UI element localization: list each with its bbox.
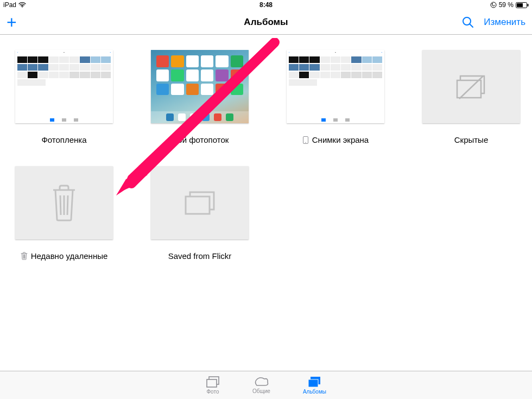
trash-icon [21,252,28,260]
svg-point-8 [305,142,306,143]
svg-rect-3 [517,3,523,7]
status-time: 8:48 [259,1,273,9]
svg-rect-16 [186,197,210,214]
album-title-label: Скрытые [454,135,489,144]
svg-rect-20 [308,379,318,387]
svg-rect-4 [528,4,529,7]
tab-bar: Фото Общие Альбомы [0,371,532,399]
svg-point-0 [22,7,23,8]
album-thumbnail [15,166,113,239]
album-title-label: Недавно удаленные [21,251,108,261]
album-title-label: Снимки экрана [302,135,369,144]
battery-icon [516,2,529,8]
album-hidden[interactable]: Скрытые [422,50,520,144]
photos-tab-icon [206,376,220,388]
album-thumbnail [151,166,249,239]
album-camera-roll[interactable]: ‹•• Фотопленка [15,50,113,144]
albums-grid: ‹•• Фотопленка [15,50,517,261]
album-title-label: Фотопленка [41,135,86,144]
svg-line-12 [60,195,61,215]
nav-bar: + Альбомы Изменить [0,10,532,35]
carrier-label: iPad [3,1,16,9]
search-icon[interactable] [462,16,474,28]
album-title-label: Saved from Flickr [168,251,232,261]
status-left: iPad [3,1,26,9]
nav-title: Альбомы [244,17,288,28]
tab-label: Общие [252,388,270,394]
battery-percent-label: 59 % [499,1,514,9]
album-title-label: Мой фотопоток [171,135,229,144]
edit-button[interactable]: Изменить [484,17,525,28]
album-saved-flickr[interactable]: Saved from Flickr [151,166,249,261]
album-thumbnail [422,50,520,123]
album-thumbnail [151,50,249,123]
album-thumbnail: ‹•• [287,50,384,123]
wifi-icon [18,2,26,8]
albums-grid-container: ‹•• Фотопленка [0,35,532,261]
album-thumbnail: ‹•• [15,50,113,123]
svg-rect-18 [207,379,217,387]
add-album-button[interactable]: + [7,14,17,31]
status-right: 59 % [490,1,529,9]
tab-label: Альбомы [303,389,326,395]
svg-point-1 [491,2,496,8]
album-photo-stream[interactable]: Мой фотопоток [151,50,249,144]
shared-tab-icon [254,377,269,388]
tab-shared[interactable]: Общие [252,377,270,394]
tab-albums[interactable]: Альбомы [303,376,326,395]
device-icon [302,136,309,144]
albums-tab-icon [307,376,321,388]
tab-photos[interactable]: Фото [206,376,220,395]
status-bar: iPad 8:48 59 % [0,0,532,10]
orientation-lock-icon [490,2,497,8]
svg-line-6 [470,24,473,27]
svg-line-14 [67,195,68,215]
tab-label: Фото [207,389,219,395]
album-recently-deleted[interactable]: Недавно удаленные [15,166,113,261]
album-screenshots[interactable]: ‹•• Снимки экрана [287,50,384,144]
